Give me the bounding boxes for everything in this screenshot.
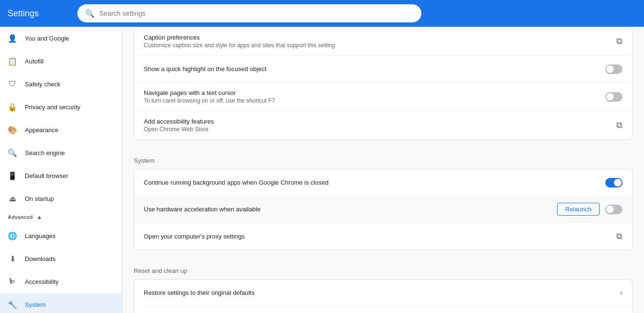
sidebar-label-downloads: Downloads <box>25 255 55 262</box>
quick-highlight-title: Show a quick highlight on the focused ob… <box>144 65 605 73</box>
system-icon: 🔧 <box>8 300 17 309</box>
hardware-accel-action: Relaunch <box>557 203 623 216</box>
accessibility-icon: ⛷ <box>8 277 17 286</box>
add-accessibility-content: Add accessibility features Open Chrome W… <box>144 118 616 133</box>
palette-icon: 🎨 <box>8 125 17 135</box>
text-cursor-title: Navigate pages with a text cursor <box>144 89 605 96</box>
sidebar-item-languages[interactable]: 🌐 Languages <box>0 224 122 247</box>
main-content: Caption preferences Customize caption si… <box>122 27 644 313</box>
text-cursor-subtitle: To turn caret browsing on or off, use th… <box>144 97 605 104</box>
download-icon: ⬇ <box>8 254 17 263</box>
quick-highlight-toggle[interactable] <box>605 64 623 74</box>
search-engine-icon: 🔍 <box>8 148 17 157</box>
caption-title: Caption preferences <box>144 34 616 41</box>
caption-subtitle: Customize caption size and style for app… <box>144 42 616 49</box>
quick-highlight-content: Show a quick highlight on the focused ob… <box>144 65 605 73</box>
text-cursor-thumb <box>606 93 614 101</box>
advanced-chevron-icon: ▲ <box>37 214 43 220</box>
hardware-accel-row: Use hardware acceleration when available… <box>134 196 632 223</box>
privacy-icon: 🔒 <box>8 102 17 112</box>
advanced-section[interactable]: Advanced ▲ <box>0 210 122 224</box>
quick-highlight-row: Show a quick highlight on the focused ob… <box>134 56 632 83</box>
add-accessibility-row[interactable]: Add accessibility features Open Chrome W… <box>134 111 632 139</box>
sidebar-item-on-startup[interactable]: ⏏ On startup <box>0 187 122 210</box>
sidebar-item-privacy-security[interactable]: 🔒 Privacy and security <box>0 95 122 118</box>
add-accessibility-subtitle: Open Chrome Web Store <box>144 126 616 133</box>
shield-icon: 🛡 <box>8 79 17 89</box>
sidebar-label-system: System <box>25 301 45 308</box>
add-accessibility-title: Add accessibility features <box>144 118 616 125</box>
quick-highlight-action <box>605 64 623 74</box>
background-apps-title: Continue running background apps when Go… <box>144 179 605 186</box>
sidebar-item-you-and-google[interactable]: 👤 You and Google <box>0 27 122 50</box>
sidebar-item-system[interactable]: 🔧 System <box>0 293 122 313</box>
sidebar-item-accessibility[interactable]: ⛷ Accessibility <box>0 270 122 293</box>
hardware-accel-title: Use hardware acceleration when available <box>144 206 557 213</box>
sidebar-item-safety-check[interactable]: 🛡 Safety check <box>0 73 122 95</box>
proxy-settings-row[interactable]: Open your computer's proxy settings ⧉ <box>134 223 632 250</box>
restore-settings-row[interactable]: Restore settings to their original defau… <box>134 280 632 306</box>
add-accessibility-external-icon[interactable]: ⧉ <box>616 120 623 130</box>
system-card: Continue running background apps when Go… <box>134 169 633 250</box>
header: Settings 🔍 <box>0 0 644 27</box>
text-cursor-content: Navigate pages with a text cursor To tur… <box>144 89 605 104</box>
sidebar-label-autofill: Autofill <box>25 58 43 65</box>
caption-content: Caption preferences Customize caption si… <box>144 34 616 49</box>
proxy-settings-action: ⧉ <box>616 231 623 241</box>
background-apps-content: Continue running background apps when Go… <box>144 179 605 186</box>
search-icon: 🔍 <box>85 9 95 18</box>
quick-highlight-thumb <box>606 65 614 73</box>
text-cursor-toggle[interactable] <box>605 92 623 102</box>
reset-card: Restore settings to their original defau… <box>134 279 633 313</box>
caption-action: ⧉ <box>616 36 623 46</box>
search-bar: 🔍 <box>77 4 421 22</box>
background-apps-thumb <box>614 179 622 187</box>
sidebar-label-accessibility: Accessibility <box>25 278 59 285</box>
restore-settings-content: Restore settings to their original defau… <box>144 289 620 296</box>
accessibility-card: Caption preferences Customize caption si… <box>134 27 633 140</box>
browser-icon: 📱 <box>8 171 17 180</box>
restore-chevron-icon: › <box>620 289 623 297</box>
system-section-title: System <box>134 147 633 169</box>
sidebar-item-default-browser[interactable]: 📱 Default browser <box>0 164 122 187</box>
settings-title: Settings <box>8 9 70 19</box>
background-apps-row: Continue running background apps when Go… <box>134 169 632 196</box>
sidebar-label-privacy: Privacy and security <box>25 104 80 111</box>
cleanup-computer-row[interactable]: Clean up computer › <box>134 306 632 313</box>
add-accessibility-action: ⧉ <box>616 120 623 130</box>
search-input[interactable] <box>99 10 414 17</box>
proxy-settings-content: Open your computer's proxy settings <box>144 233 616 240</box>
sidebar-label-you-and-google: You and Google <box>25 35 69 42</box>
caption-preferences-row[interactable]: Caption preferences Customize caption si… <box>134 27 632 56</box>
proxy-settings-title: Open your computer's proxy settings <box>144 233 616 240</box>
restore-settings-action: › <box>620 289 623 297</box>
restore-settings-title: Restore settings to their original defau… <box>144 289 620 296</box>
layout: 👤 You and Google 📋 Autofill 🛡 Safety che… <box>0 27 644 313</box>
sidebar: 👤 You and Google 📋 Autofill 🛡 Safety che… <box>0 27 122 313</box>
sidebar-label-safety-check: Safety check <box>25 81 60 88</box>
sidebar-label-on-startup: On startup <box>25 195 54 202</box>
caption-external-icon[interactable]: ⧉ <box>616 36 623 46</box>
background-apps-action <box>605 178 623 188</box>
sidebar-item-downloads[interactable]: ⬇ Downloads <box>0 247 122 270</box>
relaunch-button[interactable]: Relaunch <box>557 203 600 216</box>
hardware-accel-thumb <box>606 206 614 213</box>
globe-icon: 🌐 <box>8 231 17 240</box>
background-apps-toggle[interactable] <box>605 178 623 188</box>
sidebar-item-search-engine[interactable]: 🔍 Search engine <box>0 141 122 164</box>
autofill-icon: 📋 <box>8 56 17 66</box>
text-cursor-row: Navigate pages with a text cursor To tur… <box>134 83 632 111</box>
sidebar-item-autofill[interactable]: 📋 Autofill <box>0 50 122 73</box>
sidebar-label-languages: Languages <box>25 232 55 240</box>
advanced-label: Advanced <box>8 214 33 220</box>
startup-icon: ⏏ <box>8 194 17 203</box>
sidebar-label-appearance: Appearance <box>25 126 58 134</box>
sidebar-item-appearance[interactable]: 🎨 Appearance <box>0 118 122 141</box>
person-icon: 👤 <box>8 33 17 43</box>
hardware-accel-content: Use hardware acceleration when available <box>144 206 557 213</box>
hardware-accel-toggle[interactable] <box>605 205 623 214</box>
sidebar-label-default-browser: Default browser <box>25 172 68 179</box>
sidebar-label-search-engine: Search engine <box>25 149 65 156</box>
proxy-external-icon[interactable]: ⧉ <box>616 231 623 241</box>
reset-section-title: Reset and clean up <box>134 258 633 279</box>
